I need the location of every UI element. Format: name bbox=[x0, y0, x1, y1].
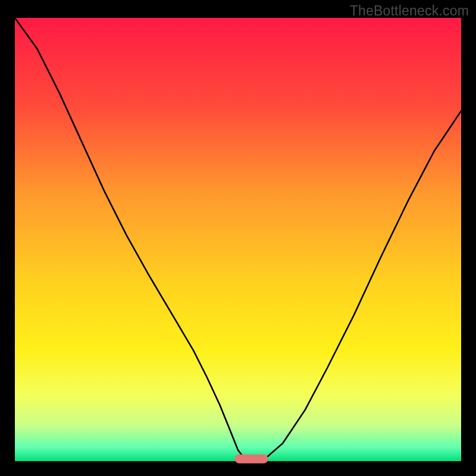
gradient-background bbox=[15, 18, 461, 461]
bottleneck-chart bbox=[0, 0, 476, 476]
chart-frame: TheBottleneck.com bbox=[0, 0, 476, 476]
optimal-range-marker bbox=[234, 455, 268, 464]
